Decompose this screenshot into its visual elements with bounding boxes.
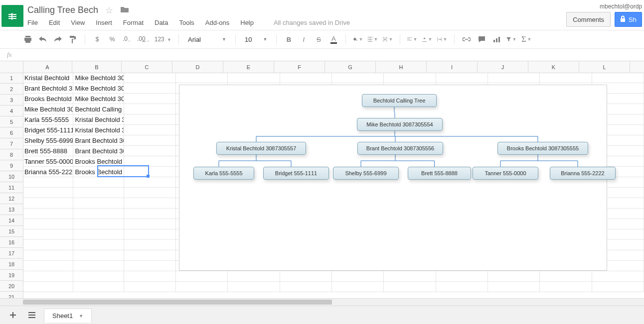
cell[interactable] — [73, 261, 124, 271]
cell[interactable]: Brett 555-8888 — [23, 146, 73, 156]
cell[interactable]: Kristal Bechtold 3087305557 — [73, 125, 124, 135]
functions-button[interactable]: Σ▼ — [521, 34, 531, 44]
text-color-button[interactable]: A — [328, 34, 338, 44]
cell[interactable] — [73, 198, 124, 209]
cell[interactable] — [124, 229, 176, 240]
menu-help[interactable]: Help — [240, 19, 254, 26]
cell[interactable] — [332, 282, 384, 292]
cell[interactable] — [592, 73, 644, 83]
org-node[interactable]: Brooks Bechtold 3087305555 — [497, 142, 588, 155]
col-header-H[interactable]: H — [376, 61, 427, 73]
cell[interactable] — [124, 261, 176, 271]
cell[interactable]: Mike Bechtold 3087305554 — [73, 94, 124, 104]
org-node[interactable]: Brianna 555-2222 — [550, 167, 616, 180]
cell[interactable]: Bechtold Calling Tree — [73, 104, 124, 114]
menu-tools[interactable]: Tools — [179, 19, 194, 26]
cell[interactable]: Kristal Bechtold — [23, 73, 73, 83]
percent-button[interactable]: % — [107, 36, 117, 43]
halign-button[interactable]: ▼ — [407, 34, 417, 44]
cell[interactable] — [23, 250, 73, 261]
cell[interactable] — [436, 282, 488, 292]
cell[interactable] — [540, 282, 592, 292]
select-all-corner[interactable] — [0, 61, 23, 73]
row-header-15[interactable]: 15 — [0, 226, 23, 237]
decrease-decimals-button[interactable]: .0← — [122, 35, 132, 43]
cell[interactable]: Kristal Bechtold 3087305557 — [73, 114, 124, 125]
col-header-E[interactable]: E — [223, 61, 274, 73]
menu-file[interactable]: File — [27, 19, 38, 26]
cell[interactable]: Brooks Bechtold 3087305555 — [73, 156, 124, 167]
currency-button[interactable]: $ — [92, 36, 102, 43]
cell[interactable] — [436, 271, 488, 282]
col-header-A[interactable]: A — [23, 61, 72, 73]
cell[interactable] — [384, 282, 436, 292]
cell[interactable] — [124, 219, 176, 229]
cell[interactable] — [73, 229, 124, 240]
cell[interactable] — [124, 271, 176, 282]
cell[interactable] — [488, 73, 540, 83]
cell[interactable] — [592, 282, 644, 292]
cell[interactable] — [280, 73, 332, 83]
account-email[interactable]: mbechtol@ordp — [600, 3, 642, 10]
cell[interactable] — [124, 94, 176, 104]
font-size-select[interactable]: 10▼ — [243, 35, 269, 44]
filter-button[interactable]: ▼ — [506, 34, 516, 44]
redo-icon[interactable] — [53, 34, 63, 44]
bold-button[interactable]: B — [284, 34, 294, 44]
cell[interactable] — [124, 83, 176, 94]
cell[interactable] — [384, 73, 436, 83]
row-header-7[interactable]: 7 — [0, 138, 23, 149]
row-header-16[interactable]: 16 — [0, 237, 23, 248]
col-header-F[interactable]: F — [274, 61, 325, 73]
menu-add-ons[interactable]: Add-ons — [205, 19, 229, 26]
add-sheet-button[interactable] — [6, 308, 20, 322]
italic-button[interactable]: I — [299, 34, 309, 44]
text-wrap-button[interactable]: ▼ — [437, 34, 447, 44]
cell[interactable]: Brant Bechtold 3087305556 — [73, 146, 124, 156]
cell[interactable] — [23, 219, 73, 229]
cell[interactable]: Brooks Bechtold 3087305555 — [73, 167, 124, 177]
org-node[interactable]: Kristal Bechtold 3087305557 — [216, 142, 306, 155]
insert-link-icon[interactable] — [462, 34, 472, 44]
cell[interactable] — [23, 240, 73, 250]
col-header-L[interactable]: L — [579, 61, 630, 73]
cell[interactable] — [23, 198, 73, 209]
row-header-6[interactable]: 6 — [0, 127, 23, 138]
formula-input[interactable] — [16, 50, 644, 60]
org-node[interactable]: Karla 555-5555 — [193, 167, 254, 180]
move-to-folder-icon[interactable] — [120, 6, 129, 15]
org-node[interactable]: Bridget 555-1111 — [263, 167, 329, 180]
org-node[interactable]: Mike Bechtold 3087305554 — [357, 118, 443, 131]
menu-view[interactable]: View — [71, 19, 85, 26]
cell[interactable] — [228, 282, 280, 292]
cell[interactable] — [124, 282, 176, 292]
cell[interactable] — [124, 177, 176, 188]
cell[interactable] — [592, 271, 644, 282]
cell[interactable] — [124, 104, 176, 114]
cell[interactable] — [124, 240, 176, 250]
cell[interactable] — [73, 250, 124, 261]
cell[interactable] — [228, 73, 280, 83]
row-header-2[interactable]: 2 — [0, 84, 23, 95]
col-header-C[interactable]: C — [122, 61, 172, 73]
cell[interactable] — [124, 188, 176, 198]
cell[interactable]: Mike Bechtold 3087305554 — [73, 83, 124, 94]
paint-format-icon[interactable] — [68, 34, 78, 44]
cell[interactable] — [280, 282, 332, 292]
org-chart[interactable]: Bechtold Calling TreeMike Bechtold 30873… — [179, 85, 607, 271]
row-header-21[interactable]: 21 — [0, 292, 23, 298]
cell[interactable] — [73, 188, 124, 198]
row-header-14[interactable]: 14 — [0, 215, 23, 226]
all-sheets-button[interactable] — [25, 308, 39, 322]
star-icon[interactable]: ☆ — [105, 5, 113, 16]
row-header-12[interactable]: 12 — [0, 193, 23, 204]
share-button[interactable]: Sh — [615, 12, 642, 27]
row-header-1[interactable]: 1 — [0, 73, 23, 84]
cell[interactable] — [124, 156, 176, 167]
cell[interactable] — [540, 271, 592, 282]
horizontal-scrollbar[interactable] — [0, 298, 644, 306]
sheet-tab-menu-icon[interactable]: ▼ — [79, 314, 83, 319]
row-header-3[interactable]: 3 — [0, 95, 23, 106]
menu-edit[interactable]: Edit — [49, 19, 60, 26]
org-node[interactable]: Brett 555-8888 — [408, 167, 471, 180]
